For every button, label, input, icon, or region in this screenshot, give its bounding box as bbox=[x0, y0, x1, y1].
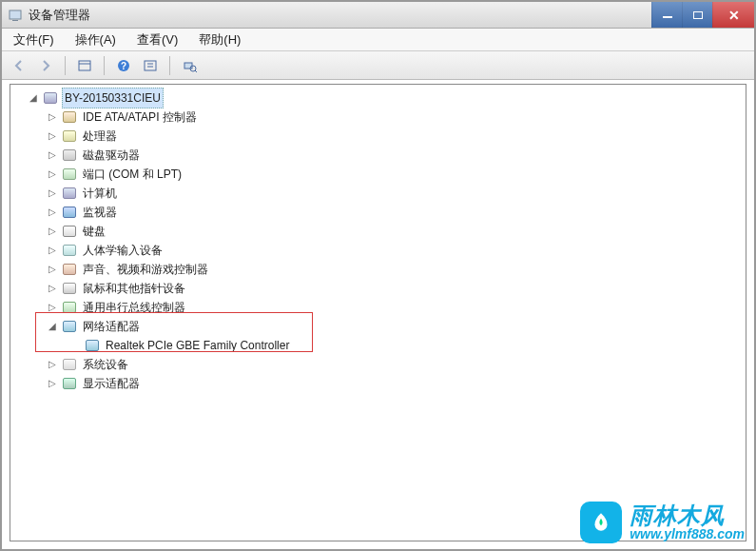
network-icon bbox=[62, 319, 77, 334]
watermark: 雨林木风 www.ylmf888.com bbox=[580, 502, 745, 543]
watermark-logo-icon bbox=[580, 502, 622, 543]
expander-icon[interactable]: ▷ bbox=[47, 226, 58, 237]
menubar: 文件(F) 操作(A) 查看(V) 帮助(H) bbox=[2, 29, 754, 51]
window-controls: ✕ bbox=[651, 2, 754, 28]
expander-icon[interactable]: ▷ bbox=[47, 187, 58, 199]
display-icon bbox=[62, 376, 77, 391]
tree-item-label[interactable]: 计算机 bbox=[81, 184, 119, 203]
computer-icon bbox=[43, 90, 58, 106]
tree-item-display[interactable]: ▷ 显示适配器 bbox=[12, 374, 744, 393]
expander-icon[interactable]: ▷ bbox=[47, 245, 58, 256]
watermark-text: 雨林木风 bbox=[630, 503, 745, 527]
tree-item-label[interactable]: 声音、视频和游戏控制器 bbox=[81, 260, 210, 279]
tree-item-label[interactable]: 显示适配器 bbox=[81, 374, 142, 393]
svg-rect-2 bbox=[79, 61, 90, 70]
tree-item-computer[interactable]: ▷ 计算机 bbox=[12, 184, 744, 203]
expander-icon[interactable]: ◢ bbox=[47, 321, 58, 332]
scan-button[interactable] bbox=[178, 55, 201, 76]
usb-icon bbox=[62, 300, 77, 315]
ide-icon bbox=[62, 109, 77, 125]
tree-item-label[interactable]: 处理器 bbox=[81, 127, 119, 146]
computer-icon bbox=[62, 186, 77, 201]
expander-icon[interactable]: ▷ bbox=[47, 264, 58, 275]
sound-icon bbox=[62, 262, 77, 277]
svg-rect-1 bbox=[12, 20, 18, 21]
tree-panel[interactable]: ◢ BY-20150331CIEU ▷ IDE ATA/ATAPI 控制器 ▷ … bbox=[10, 84, 746, 541]
tree-item-usb[interactable]: ▷ 通用串行总线控制器 bbox=[12, 298, 744, 317]
tree-item-system[interactable]: ▷ 系统设备 bbox=[12, 355, 744, 374]
tree-item-label[interactable]: 网络适配器 bbox=[81, 317, 142, 336]
forward-button[interactable] bbox=[34, 55, 57, 76]
tree-item-label[interactable]: Realtek PCIe GBE Family Controller bbox=[104, 336, 291, 355]
toolbar-separator bbox=[65, 56, 66, 75]
monitor-icon bbox=[62, 205, 77, 220]
keyboard-icon bbox=[62, 224, 77, 239]
tree-item-sound[interactable]: ▷ 声音、视频和游戏控制器 bbox=[12, 260, 744, 279]
tree-item-keyboard[interactable]: ▷ 键盘 bbox=[12, 222, 744, 241]
tree-item-mouse[interactable]: ▷ 鼠标和其他指针设备 bbox=[12, 279, 744, 298]
toolbar: ? bbox=[2, 51, 754, 80]
window-title: 设备管理器 bbox=[29, 7, 90, 24]
svg-rect-6 bbox=[145, 61, 156, 70]
expander-icon[interactable]: ▷ bbox=[47, 168, 58, 180]
tree-root[interactable]: ◢ BY-20150331CIEU bbox=[12, 89, 744, 108]
tree-item-label[interactable]: 端口 (COM 和 LPT) bbox=[81, 165, 184, 184]
port-icon bbox=[62, 167, 77, 182]
menu-file[interactable]: 文件(F) bbox=[10, 30, 58, 50]
tree-item-hid[interactable]: ▷ 人体学输入设备 bbox=[12, 241, 744, 260]
menu-action[interactable]: 操作(A) bbox=[71, 30, 120, 50]
system-icon bbox=[62, 357, 77, 372]
device-tree: ◢ BY-20150331CIEU ▷ IDE ATA/ATAPI 控制器 ▷ … bbox=[12, 89, 744, 393]
svg-text:?: ? bbox=[121, 61, 126, 71]
show-hidden-button[interactable] bbox=[73, 55, 96, 76]
toolbar-separator bbox=[169, 56, 170, 75]
titlebar: 设备管理器 ✕ bbox=[2, 2, 754, 29]
menu-view[interactable]: 查看(V) bbox=[133, 30, 182, 50]
expander-icon[interactable]: ▷ bbox=[47, 302, 58, 313]
cpu-icon bbox=[62, 128, 77, 144]
expander-icon[interactable]: ▷ bbox=[47, 149, 58, 161]
tree-item-disk[interactable]: ▷ 磁盘驱动器 bbox=[12, 146, 744, 165]
close-button[interactable]: ✕ bbox=[712, 2, 754, 28]
tree-item-ide[interactable]: ▷ IDE ATA/ATAPI 控制器 bbox=[12, 108, 744, 127]
tree-item-label[interactable]: 系统设备 bbox=[81, 355, 130, 374]
hid-icon bbox=[62, 243, 77, 258]
expander-icon[interactable]: ▷ bbox=[47, 111, 58, 123]
tree-item-label[interactable]: IDE ATA/ATAPI 控制器 bbox=[81, 108, 199, 127]
svg-line-11 bbox=[195, 70, 197, 72]
help-button[interactable]: ? bbox=[112, 55, 135, 76]
toolbar-separator bbox=[104, 56, 105, 75]
tree-item-label[interactable]: 键盘 bbox=[81, 222, 107, 241]
network-adapter-icon bbox=[85, 338, 100, 353]
tree-item-label[interactable]: 监视器 bbox=[81, 203, 119, 222]
tree-item-monitor[interactable]: ▷ 监视器 bbox=[12, 203, 744, 222]
tree-item-label[interactable]: 人体学输入设备 bbox=[81, 241, 165, 260]
tree-item-network-adapter[interactable]: ▷ Realtek PCIe GBE Family Controller bbox=[12, 336, 744, 355]
expander-icon[interactable]: ◢ bbox=[28, 92, 39, 104]
menu-help[interactable]: 帮助(H) bbox=[195, 30, 244, 50]
minimize-button[interactable] bbox=[651, 2, 682, 28]
watermark-url: www.ylmf888.com bbox=[630, 527, 745, 541]
expander-icon[interactable]: ▷ bbox=[47, 207, 58, 218]
tree-item-label[interactable]: 鼠标和其他指针设备 bbox=[81, 279, 187, 298]
svg-rect-0 bbox=[10, 10, 21, 19]
tree-item-network[interactable]: ◢ 网络适配器 bbox=[12, 317, 744, 336]
svg-rect-9 bbox=[184, 63, 192, 69]
app-icon bbox=[8, 8, 23, 23]
tree-item-label[interactable]: 通用串行总线控制器 bbox=[81, 298, 187, 317]
back-button[interactable] bbox=[8, 55, 30, 76]
expander-icon[interactable]: ▷ bbox=[47, 283, 58, 294]
tree-item-cpu[interactable]: ▷ 处理器 bbox=[12, 127, 744, 146]
tree-root-label[interactable]: BY-20150331CIEU bbox=[62, 88, 164, 108]
properties-button[interactable] bbox=[139, 55, 162, 76]
disk-icon bbox=[62, 148, 77, 163]
expander-icon[interactable]: ▷ bbox=[47, 359, 58, 370]
tree-item-label[interactable]: 磁盘驱动器 bbox=[81, 146, 142, 165]
expander-icon[interactable]: ▷ bbox=[47, 378, 58, 389]
tree-item-ports[interactable]: ▷ 端口 (COM 和 LPT) bbox=[12, 165, 744, 184]
mouse-icon bbox=[62, 281, 77, 296]
expander-icon[interactable]: ▷ bbox=[47, 130, 58, 142]
maximize-button[interactable] bbox=[682, 2, 712, 28]
